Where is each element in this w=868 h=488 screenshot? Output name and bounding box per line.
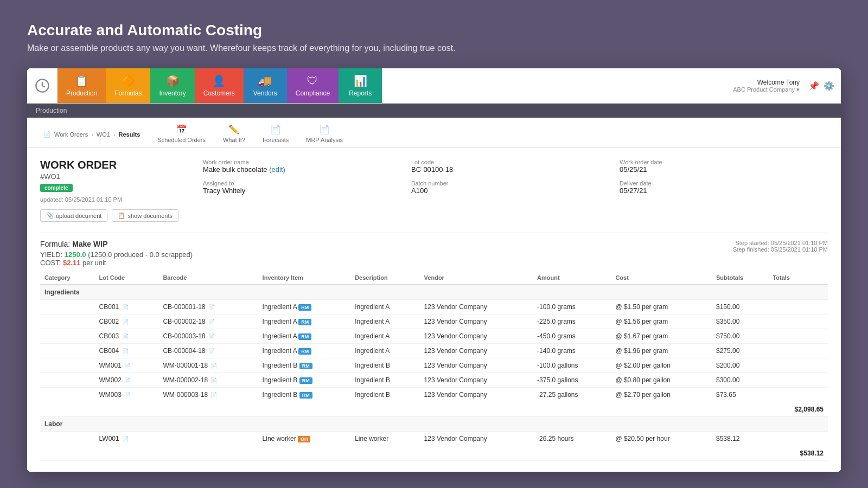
yield-line: YIELD: 1250.0 (1250.0 produced - 0.0 scr… bbox=[40, 251, 193, 259]
cell-category bbox=[40, 388, 95, 402]
main-content: WORK ORDER #WO1 complete updated: 05/25/… bbox=[27, 148, 841, 472]
lot-file-icon: 📄 bbox=[122, 348, 129, 354]
reports-icon: 📊 bbox=[354, 74, 367, 87]
cell-item: Ingredient A RM bbox=[258, 300, 351, 314]
subnav-wo1[interactable]: WO1 bbox=[97, 131, 110, 138]
breadcrumb-sep1: › bbox=[91, 131, 93, 138]
cell-amount: -100.0 grams bbox=[533, 300, 611, 314]
lot-file-icon: 📄 bbox=[124, 363, 131, 369]
cell-total bbox=[768, 432, 828, 446]
wo-assigned-value: Tracy Whitely bbox=[203, 187, 411, 195]
subnav-whatif-label: What If? bbox=[223, 137, 245, 143]
barcode-file-icon: 📄 bbox=[208, 333, 215, 339]
cell-desc: Ingredient B bbox=[350, 373, 419, 388]
nav-item-reports[interactable]: 📊 Reports bbox=[339, 68, 382, 103]
whatif-icon: ✏️ bbox=[228, 124, 239, 134]
wo-name-field: Work order name Make bulk chocolate (edi… bbox=[203, 159, 411, 174]
cell-barcode: CB-000001-18 📄 bbox=[158, 300, 258, 314]
subnav-whatif[interactable]: ✏️ What If? bbox=[215, 120, 253, 147]
subtotal-spacer bbox=[40, 446, 768, 461]
nav-item-formulas[interactable]: 🔶 Formulas bbox=[106, 68, 150, 103]
formula-title: Formula: Make WIP bbox=[40, 240, 193, 248]
item-badge: RM bbox=[298, 333, 311, 340]
lot-file-icon: 📄 bbox=[122, 436, 129, 442]
nav-item-customers[interactable]: 👤 Customers bbox=[195, 68, 244, 103]
cell-barcode: CB-000002-18 📄 bbox=[158, 314, 258, 329]
app-window: 📋 Production 🔶 Formulas 📦 Inventory 👤 Cu… bbox=[27, 68, 841, 472]
cell-subtotal: $275.00 bbox=[712, 344, 768, 358]
mrp-icon: 📄 bbox=[319, 124, 330, 134]
cell-subtotal: $750.00 bbox=[712, 329, 768, 344]
show-label: show documents bbox=[127, 213, 173, 219]
show-documents-button[interactable]: 📋 show documents bbox=[112, 209, 178, 222]
wo-deliver-label: Deliver date bbox=[620, 180, 828, 187]
yield-value: 1250.0 bbox=[65, 251, 86, 259]
nav-item-inventory[interactable]: 📦 Inventory bbox=[150, 68, 194, 103]
item-badge: RM bbox=[298, 348, 311, 355]
cell-total bbox=[768, 373, 828, 388]
settings-icon[interactable]: ⚙️ bbox=[824, 81, 834, 91]
wo-title: WORK ORDER bbox=[40, 159, 203, 171]
cell-vendor: 123 Vendor Company bbox=[420, 300, 533, 314]
wo-assigned-field: Assigned to Tracy Whitely bbox=[203, 180, 411, 195]
nav-label-customers: Customers bbox=[203, 89, 235, 97]
barcode-file-icon: 📄 bbox=[208, 319, 215, 325]
cell-cost: @ $0.80 per gallon bbox=[611, 373, 712, 388]
subnav-scheduled-orders[interactable]: 📅 Scheduled Orders bbox=[150, 120, 213, 147]
cell-desc: Ingredient A bbox=[350, 344, 419, 358]
wo-far-right: Work order date 05/25/21 Deliver date 05… bbox=[620, 159, 828, 201]
inventory-icon: 📦 bbox=[166, 74, 180, 87]
cell-amount: -100.0 gallons bbox=[533, 358, 611, 373]
nav-logo[interactable] bbox=[27, 68, 58, 103]
col-totals: Totals bbox=[768, 271, 828, 285]
cell-lot: CB003 📄 bbox=[95, 329, 159, 344]
work-order-header: WORK ORDER #WO1 complete updated: 05/25/… bbox=[40, 159, 828, 222]
table-row: CB002 📄 CB-000002-18 📄 Ingredient A RM I… bbox=[40, 314, 828, 329]
section-name: Labor bbox=[40, 417, 828, 432]
wo-name-edit[interactable]: (edit) bbox=[269, 165, 285, 174]
cell-amount: -26.25 hours bbox=[533, 432, 611, 446]
results-table: Category Lot Code Barcode Inventory Item… bbox=[40, 271, 828, 461]
cell-lot: CB001 📄 bbox=[95, 300, 159, 314]
cell-desc: Ingredient B bbox=[350, 388, 419, 402]
cost-value: $2.11 bbox=[63, 259, 81, 267]
cell-barcode: WM-000002-18 📄 bbox=[158, 373, 258, 388]
upload-document-button[interactable]: 📎 upload document bbox=[40, 209, 107, 222]
cell-category bbox=[40, 358, 95, 373]
section-header-0: Ingredients bbox=[40, 285, 828, 300]
step-finished: Step finished: 05/25/2021 01:10 PM bbox=[733, 246, 828, 253]
wo-lot-field: Lot code BC-00100-18 bbox=[411, 159, 620, 174]
subnav-mrp[interactable]: 📄 MRP Analysis bbox=[298, 120, 350, 147]
step-started: Step started: 05/25/2021 01:10 PM bbox=[733, 240, 828, 246]
nav-item-vendors[interactable]: 🚚 Vendors bbox=[244, 68, 287, 103]
upload-icon: 📎 bbox=[46, 212, 54, 219]
cell-desc: Line worker bbox=[350, 432, 419, 446]
pin-icon[interactable]: 📌 bbox=[808, 81, 819, 91]
wo-batch-field: Batch number A100 bbox=[411, 180, 620, 195]
wo-center: Work order name Make bulk chocolate (edi… bbox=[203, 159, 411, 201]
customers-icon: 👤 bbox=[212, 74, 226, 87]
nav-item-production[interactable]: 📋 Production bbox=[58, 68, 106, 103]
lot-file-icon: 📄 bbox=[122, 319, 129, 325]
wo-batch-label: Batch number bbox=[411, 180, 620, 187]
cell-item: Line worker OH bbox=[258, 432, 351, 446]
subnav-forecasts[interactable]: 📄 Forecasts bbox=[255, 120, 296, 147]
section-header-1: Labor bbox=[40, 417, 828, 432]
page-title: Accurate and Automatic Costing bbox=[27, 22, 841, 39]
cell-barcode bbox=[158, 432, 258, 446]
nav-label-inventory: Inventory bbox=[159, 89, 186, 97]
cell-vendor: 123 Vendor Company bbox=[420, 329, 533, 344]
wo-right: Lot code BC-00100-18 Batch number A100 bbox=[411, 159, 620, 201]
breadcrumb-label: Production bbox=[36, 107, 67, 114]
cell-vendor: 123 Vendor Company bbox=[420, 432, 533, 446]
page-subtitle: Make or assemble products any way you wa… bbox=[27, 43, 841, 53]
cost-unit: per unit bbox=[82, 259, 106, 267]
cell-total bbox=[768, 300, 828, 314]
cell-vendor: 123 Vendor Company bbox=[420, 373, 533, 388]
cell-barcode: CB-000004-18 📄 bbox=[158, 344, 258, 358]
table-row: CB003 📄 CB-000003-18 📄 Ingredient A RM I… bbox=[40, 329, 828, 344]
barcode-file-icon: 📄 bbox=[210, 377, 217, 383]
status-badge: complete bbox=[40, 184, 73, 192]
subnav-workorders[interactable]: Work Orders bbox=[54, 131, 88, 138]
nav-item-compliance[interactable]: 🛡 Compliance bbox=[287, 68, 339, 103]
